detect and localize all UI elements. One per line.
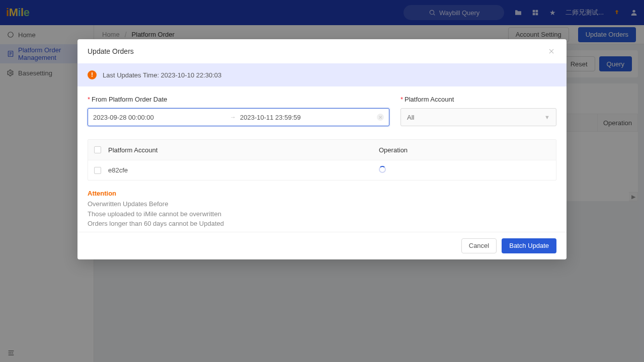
update-orders-modal: Update Orders ! Last Updates Time: 2023-… xyxy=(77,39,567,259)
table-row: e82cfe xyxy=(88,160,556,180)
loading-icon xyxy=(379,166,386,173)
chevron-down-icon: ▼ xyxy=(544,114,550,120)
select-value: All xyxy=(407,114,414,121)
last-updates-banner: ! Last Updates Time: 2023-10-10 22:30:03 xyxy=(77,63,567,86)
platform-account-select[interactable]: All ▼ xyxy=(400,108,556,126)
last-updates-text: Last Updates Time: 2023-10-10 22:30:03 xyxy=(103,71,221,79)
select-all-checkbox[interactable] xyxy=(94,146,101,153)
col-header-operation: Operation xyxy=(379,146,550,154)
attention-line: Orders longer than 60 days cannot be Upd… xyxy=(88,219,556,229)
clear-date-icon[interactable]: ✕ xyxy=(377,114,384,121)
attention-line: Overwritten Updates Before xyxy=(88,199,556,209)
cancel-button[interactable]: Cancel xyxy=(461,238,497,253)
row-account: e82cfe xyxy=(108,166,379,174)
col-header-account: Platform Account xyxy=(108,146,379,154)
date-from-input[interactable] xyxy=(93,114,226,121)
date-range-input[interactable]: → ✕ xyxy=(88,108,389,126)
accounts-table: Platform Account Operation e82cfe xyxy=(88,139,556,180)
date-to-input[interactable] xyxy=(240,114,373,121)
account-label: *Platform Account xyxy=(400,96,556,103)
row-checkbox[interactable] xyxy=(94,167,101,174)
attention-line: Those uploaded to iMile cannot be overwr… xyxy=(88,209,556,219)
date-label: *From Platform Order Date xyxy=(88,96,389,103)
attention-title: Attention xyxy=(88,190,556,197)
arrow-right-icon: → xyxy=(230,114,236,121)
batch-update-button[interactable]: Batch Update xyxy=(502,238,556,253)
attention-block: Attention Overwritten Updates Before Tho… xyxy=(88,190,556,229)
modal-close-button[interactable] xyxy=(546,46,556,56)
alert-icon: ! xyxy=(88,70,97,79)
modal-title: Update Orders xyxy=(88,47,134,55)
